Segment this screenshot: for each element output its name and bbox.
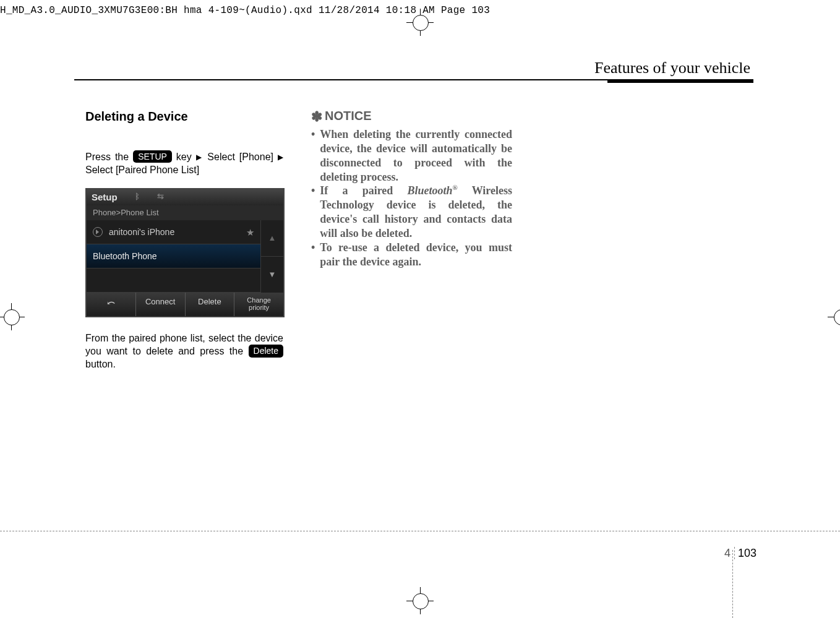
section-title: Deleting a Device: [85, 108, 283, 124]
registration-mark-right: [828, 303, 840, 330]
change-priority-button: Change priority: [234, 293, 283, 315]
shot-title: Setup: [92, 191, 118, 204]
p1-text-a: Press the: [85, 152, 133, 162]
connect-button: Connect: [136, 293, 186, 315]
scroll-arrows: ▲ ▼: [260, 220, 283, 293]
page-number: 4103: [724, 547, 756, 560]
notice-label: NOTICE: [325, 109, 372, 122]
notice-item-1-text: When deleting the currently connected de…: [320, 127, 512, 184]
phone-row-2-label: Bluetooth Phone: [93, 251, 254, 262]
phone-row-empty: [87, 268, 260, 293]
running-head: Features of your vehicle: [594, 59, 750, 77]
bullet-icon: •: [311, 127, 315, 184]
back-icon: ⤺: [107, 298, 115, 308]
notice-item-1: • When deleting the currently connected …: [311, 127, 512, 184]
phone-row-2: Bluetooth Phone: [87, 244, 260, 268]
notice-item-2-text: If a paired Bluetooth® Wireless Technolo…: [320, 184, 512, 240]
crop-dash-horizontal: [0, 531, 840, 531]
play-icon: [93, 227, 103, 237]
star-icon: ★: [246, 226, 254, 239]
registered-icon: ®: [453, 184, 458, 191]
triangle-icon: ▶: [278, 153, 283, 161]
phone-row-1: anitooni's iPhone ★: [87, 220, 260, 244]
shot-title-bar: Setup ᛒ ⇆: [87, 189, 283, 205]
section-number: 4: [724, 547, 735, 559]
bluetooth-icon: ᛒ: [135, 192, 140, 202]
delete-chip: Delete: [249, 345, 283, 357]
notice-item-3-text: To re-use a deleted device, you must pai…: [320, 241, 512, 269]
registration-mark-left: [0, 303, 25, 330]
p1-text-b: key: [176, 152, 192, 162]
left-column: Deleting a Device Press the SETUP key ▶ …: [85, 108, 283, 371]
phone-row-1-label: anitooni's iPhone: [109, 226, 240, 238]
change-label-2: priority: [236, 304, 282, 312]
notice-list: • When deleting the currently connected …: [311, 127, 512, 269]
triangle-icon: ▶: [196, 153, 204, 161]
asterisk-icon: ✽: [311, 109, 322, 124]
scroll-down-icon: ▼: [261, 257, 283, 293]
registration-mark-bottom: [406, 587, 434, 614]
item2-a: If a paired: [320, 184, 407, 197]
page-no: 103: [735, 547, 756, 559]
bluetooth-word: Bluetooth: [408, 184, 453, 197]
header-rule-thick: [607, 80, 753, 83]
crop-dash-vertical: [732, 550, 733, 618]
bullet-icon: •: [311, 241, 315, 269]
instruction-paragraph-2: From the paired phone list, select the d…: [85, 332, 283, 371]
shot-footer: ⤺ Connect Delete Change priority: [87, 293, 283, 315]
instruction-paragraph-1: Press the SETUP key ▶ Select [Phone] ▶ S…: [85, 150, 283, 177]
bullet-icon: •: [311, 184, 315, 240]
delete-button: Delete: [186, 293, 235, 315]
right-column: ✽NOTICE • When deleting the currently co…: [311, 108, 512, 269]
device-screenshot: Setup ᛒ ⇆ Phone>Phone List anitooni's iP…: [85, 188, 285, 317]
shot-breadcrumb: Phone>Phone List: [87, 205, 283, 221]
notice-heading: ✽NOTICE: [311, 108, 512, 126]
setup-key-chip: SETUP: [133, 150, 172, 163]
scroll-up-icon: ▲: [261, 220, 283, 257]
notice-item-2: • If a paired Bluetooth® Wireless Techno…: [311, 184, 512, 240]
p1-text-c: Select [Phone]: [207, 152, 278, 162]
p2-text-b: button.: [85, 359, 116, 369]
back-button: ⤺: [87, 293, 136, 315]
registration-mark-top: [406, 9, 434, 36]
link-icon: ⇆: [157, 192, 164, 202]
p1-text-d: Select [Paired Phone List]: [85, 165, 199, 175]
notice-item-3: • To re-use a deleted device, you must p…: [311, 241, 512, 269]
